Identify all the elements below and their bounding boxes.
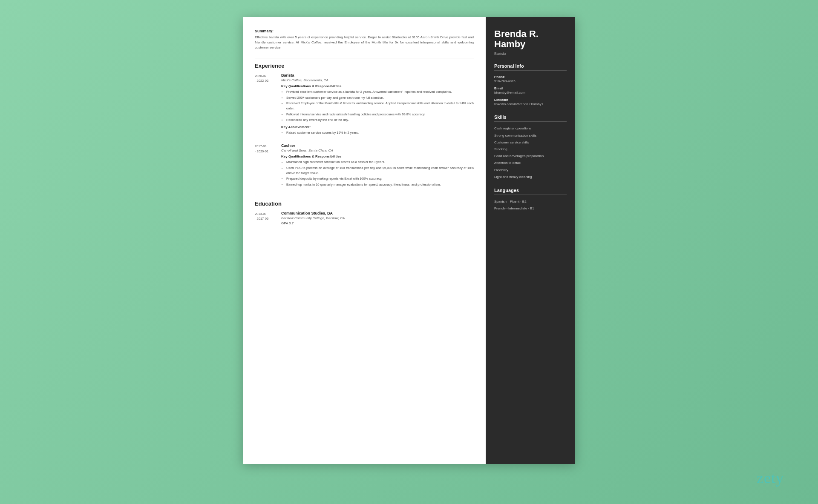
exp-job-title-2: Cashier: [281, 143, 474, 148]
exp-company-1: Mick's Coffee, Sacramento, CA: [281, 78, 474, 82]
skills-heading: Skills: [494, 115, 567, 122]
language-1: Spanish—Fluent · B2: [494, 199, 567, 204]
edu-dates-1: 2013-09- 2017-06: [255, 211, 277, 225]
phone-value: 916-769-4815: [494, 79, 567, 83]
language-2: French—Intermediate · B1: [494, 206, 567, 211]
edu-school-1: Barstow Community College, Barstow, CA: [281, 216, 474, 220]
exp-dates-2: 2017-03- 2020-01: [255, 143, 277, 189]
exp-bullet-1-1: Provided excellent customer service as a…: [286, 89, 474, 94]
section-divider-experience: [255, 58, 474, 58]
exp-content-1: Barista Mick's Coffee, Sacramento, CA Ke…: [281, 73, 474, 137]
education-section: Education 2013-09- 2017-06 Communication…: [255, 200, 474, 225]
experience-item-2: 2017-03- 2020-01 Cashier Carroll and Son…: [255, 143, 474, 189]
education-heading: Education: [255, 200, 474, 207]
exp-bullet-2-2: Used POS to process an average of 100 tr…: [286, 166, 474, 175]
exp-achievement-1-1: Raised customer service scores by 15% in…: [286, 130, 474, 135]
skill-3: Customer service skills: [494, 140, 567, 145]
resume-job-title: Barista: [494, 52, 567, 56]
exp-qual-label-2: Key Qualifications & Responsibilities: [281, 155, 474, 158]
summary-section: Summary: Effective barista with over 5 y…: [255, 29, 474, 50]
edu-content-1: Communication Studies, BA Barstow Commun…: [281, 211, 474, 225]
exp-bullets-1: Provided excellent customer service as a…: [281, 89, 474, 123]
languages-heading: Languages: [494, 188, 567, 195]
education-item-1: 2013-09- 2017-06 Communication Studies, …: [255, 211, 474, 225]
exp-job-title-1: Barista: [281, 73, 474, 77]
exp-bullet-2-1: Maintained high customer satisfaction sc…: [286, 160, 474, 165]
exp-bullet-1-3: Received Employee of the Month title 6 t…: [286, 101, 474, 111]
resume-container: Summary: Effective barista with over 5 y…: [243, 17, 575, 464]
summary-label: Summary:: [255, 29, 474, 33]
section-divider-education: [255, 196, 474, 196]
exp-bullet-2-4: Earned top marks in 10 quarterly manager…: [286, 182, 474, 187]
skill-6: Attention to detail: [494, 160, 567, 165]
exp-bullets-2: Maintained high customer satisfaction sc…: [281, 160, 474, 187]
exp-bullet-1-5: Reconciled any errors by the end of the …: [286, 117, 474, 123]
phone-label: Phone: [494, 75, 567, 79]
experience-section: Experience 2020-02- 2022-02 Barista Mick…: [255, 63, 474, 190]
skill-5: Food and beverages preparation: [494, 154, 567, 158]
exp-bullet-1-2: Served 200+ customers per day and gave e…: [286, 95, 474, 100]
personal-info-section: Personal Info Phone 916-769-4815 Email b…: [494, 63, 567, 106]
skills-section: Skills Cash register operations Strong c…: [494, 115, 567, 179]
experience-item-1: 2020-02- 2022-02 Barista Mick's Coffee, …: [255, 73, 474, 137]
resume-left-panel: Summary: Effective barista with over 5 y…: [243, 17, 486, 464]
skill-2: Strong communication skills: [494, 133, 567, 138]
resume-name-first: Brenda R.: [494, 29, 567, 39]
email-label: Email: [494, 86, 567, 90]
skill-1: Cash register operations: [494, 126, 567, 131]
skill-8: Light and heavy cleaning: [494, 175, 567, 179]
resume-right-panel: Brenda R. Hamby Barista Personal Info Ph…: [486, 17, 575, 464]
resume-name-last: Hamby: [494, 39, 567, 49]
summary-text: Effective barista with over 5 years of e…: [255, 35, 474, 50]
edu-degree-1: Communication Studies, BA: [281, 211, 474, 215]
personal-info-heading: Personal Info: [494, 63, 567, 71]
exp-company-2: Carroll and Sons, Santa Clara, CA: [281, 149, 474, 152]
exp-bullet-1-4: Followed internal service and register/c…: [286, 112, 474, 117]
email-value: bhamby@email.com: [494, 91, 567, 94]
exp-bullet-2-3: Prepared deposits by making reports via …: [286, 176, 474, 181]
edu-gpa-1: GPA 3.7: [281, 221, 474, 225]
languages-section: Languages Spanish—Fluent · B2 French—Int…: [494, 188, 567, 211]
linkedin-value: linkedin.com/in/brenda.r.hamby1: [494, 102, 567, 106]
exp-qual-label-1: Key Qualifications & Responsibilities: [281, 84, 474, 88]
exp-dates-1: 2020-02- 2022-02: [255, 73, 277, 137]
zety-watermark: zety: [757, 469, 784, 487]
exp-content-2: Cashier Carroll and Sons, Santa Clara, C…: [281, 143, 474, 189]
exp-achievement-label-1: Key Achievement:: [281, 125, 474, 129]
experience-heading: Experience: [255, 63, 474, 69]
linkedin-label: LinkedIn: [494, 98, 567, 102]
exp-achievement-bullets-1: Raised customer service scores by 15% in…: [281, 130, 474, 135]
skill-7: Flexibility: [494, 168, 567, 172]
skill-4: Stocking: [494, 147, 567, 152]
